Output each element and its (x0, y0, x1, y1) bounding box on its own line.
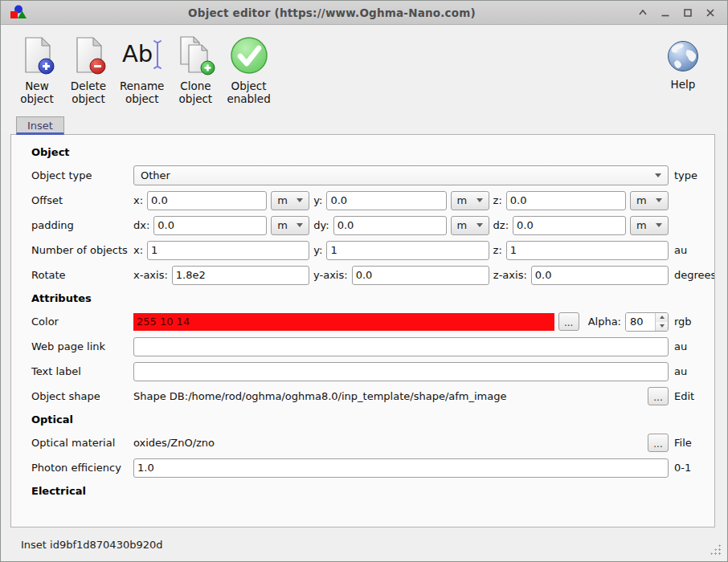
new-object-button[interactable]: Newobject (12, 33, 62, 107)
text-label-input[interactable] (133, 362, 669, 381)
object-shape-browse-button[interactable]: ... (648, 387, 669, 405)
rotate-x-input[interactable] (172, 266, 309, 285)
rotate-unit: degrees (674, 269, 715, 281)
object-type-value: Other (141, 169, 170, 181)
padding-dz-input[interactable] (513, 216, 626, 235)
padding-dy-unit-value: m (457, 219, 468, 231)
object-shape-row: Object shape Shape DB:/home/rod/oghma/og… (11, 384, 714, 409)
count-y-input[interactable] (326, 241, 489, 260)
photon-efficiency-input[interactable] (133, 458, 669, 478)
offset-y-unit-value: m (457, 194, 468, 206)
section-optical: Optical (11, 409, 714, 430)
color-row: Color 255 10 14 ... Alpha: rgb (11, 309, 714, 334)
offset-y-unit-select[interactable]: m (451, 191, 489, 210)
offset-y-input[interactable] (326, 191, 446, 210)
object-shape-value: Shape DB:/home/rod/oghma/oghma8.0/inp_te… (133, 390, 644, 402)
optical-material-unit: File (674, 437, 692, 449)
text-label-label: Text label (31, 365, 133, 377)
delete-object-label: Deleteobject (71, 79, 106, 105)
color-unit: rgb (674, 316, 692, 328)
delete-object-button[interactable]: Deleteobject (63, 33, 113, 107)
padding-dz-unit-select[interactable]: m (630, 216, 669, 235)
rotate-y-label: y-axis: (313, 269, 348, 281)
clone-object-button[interactable]: Cloneobject (170, 33, 220, 107)
rename-text-cursor-icon: Ab (121, 35, 164, 76)
resize-grip-icon[interactable] (709, 543, 722, 556)
object-shape-label: Object shape (31, 390, 133, 402)
spin-down-icon[interactable] (656, 322, 668, 331)
object-type-select[interactable]: Other (133, 165, 669, 185)
status-bar: Inset id9bf1d870430b920d (1, 527, 727, 561)
padding-dz-unit-value: m (636, 219, 647, 231)
help-button[interactable]: Help (658, 36, 708, 92)
app-logo-icon (9, 4, 27, 22)
chevron-down-icon (655, 173, 661, 177)
offset-x-label: x: (133, 194, 143, 206)
offset-label: Offset (31, 194, 133, 206)
offset-z-label: z: (493, 194, 502, 206)
offset-z-input[interactable] (506, 191, 626, 210)
count-z-input[interactable] (506, 241, 669, 260)
offset-row: Offset x: m y: m z: m (11, 188, 714, 213)
rotate-z-input[interactable] (531, 266, 669, 285)
photon-efficiency-row: Photon efficiency 0-1 (11, 455, 714, 480)
rotate-z-label: z-axis: (493, 269, 527, 281)
number-of-objects-unit: au (674, 244, 687, 256)
padding-dy-input[interactable] (333, 216, 447, 235)
padding-dx-unit-value: m (277, 219, 288, 231)
titlebar: Object editor (https://www.Oghma-Nano.co… (1, 1, 727, 25)
maximize-icon[interactable] (682, 7, 693, 18)
toolbar: Newobject Deleteobject Ab (1, 25, 727, 115)
tab-inset[interactable]: Inset (16, 116, 64, 135)
spin-up-icon[interactable] (656, 313, 668, 322)
section-attributes: Attributes (11, 287, 714, 309)
shade-icon[interactable] (637, 7, 648, 18)
alpha-label: Alpha: (588, 316, 621, 328)
rotate-row: Rotate x-axis: y-axis: z-axis: degrees (11, 263, 714, 287)
alpha-spinner[interactable] (625, 312, 669, 332)
chevron-down-icon (476, 198, 483, 202)
optical-material-browse-button[interactable]: ... (648, 434, 669, 452)
color-browse-button[interactable]: ... (558, 312, 579, 331)
padding-row: padding dx: m dy: m dz: m (11, 213, 714, 238)
new-object-label: Newobject (20, 79, 54, 105)
rotate-y-input[interactable] (352, 266, 489, 285)
padding-dx-input[interactable] (153, 216, 267, 235)
object-shape-unit: Edit (674, 390, 694, 402)
section-electrical: Electrical (11, 480, 714, 502)
object-enabled-button[interactable]: Objectenabled (222, 33, 275, 107)
window-title: Object editor (https://www.Oghma-Nano.co… (27, 6, 637, 19)
alpha-input[interactable] (626, 313, 655, 331)
close-icon[interactable] (705, 7, 716, 18)
number-of-objects-row: Number of objects x: y: z: au (11, 238, 714, 263)
color-swatch-field[interactable]: 255 10 14 (133, 313, 554, 331)
offset-x-input[interactable] (147, 191, 267, 210)
web-page-link-input[interactable] (133, 337, 669, 356)
rename-object-button[interactable]: Ab Renameobject (115, 33, 169, 107)
object-enabled-label: Objectenabled (227, 79, 270, 105)
rotate-x-label: x-axis: (133, 269, 168, 281)
color-label: Color (31, 316, 133, 328)
alpha-spin-buttons[interactable] (655, 313, 668, 331)
object-editor-window: Object editor (https://www.Oghma-Nano.co… (0, 0, 728, 562)
rotate-label: Rotate (31, 269, 133, 281)
count-x-input[interactable] (147, 241, 309, 260)
globe-icon (665, 38, 701, 75)
web-page-link-unit: au (674, 340, 687, 352)
optical-material-row: Optical material oxides/ZnO/zno ... File (11, 430, 714, 455)
text-label-unit: au (674, 365, 687, 377)
object-type-label: Object type (31, 169, 133, 181)
offset-z-unit-select[interactable]: m (630, 191, 669, 210)
minimize-icon[interactable] (660, 7, 671, 18)
chevron-down-icon (297, 223, 303, 227)
padding-dx-unit-select[interactable]: m (271, 216, 309, 235)
text-label-row: Text label au (11, 359, 714, 384)
chevron-down-icon (656, 198, 662, 202)
padding-dz-label: dz: (493, 219, 509, 231)
help-label: Help (671, 78, 696, 91)
padding-dy-unit-select[interactable]: m (451, 216, 489, 235)
document-clone-icon (175, 35, 215, 76)
offset-x-unit-select[interactable]: m (271, 191, 309, 210)
chevron-down-icon (297, 198, 303, 202)
padding-label: padding (31, 219, 133, 231)
